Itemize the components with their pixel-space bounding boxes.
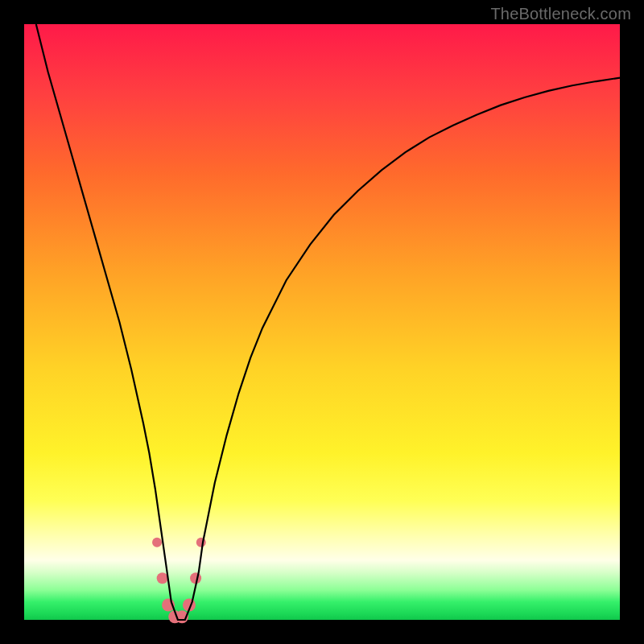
bottleneck-curve xyxy=(36,24,620,620)
markers-group xyxy=(152,538,206,624)
curve-marker xyxy=(157,572,168,584)
curve-marker xyxy=(196,538,206,547)
curve-marker xyxy=(152,538,162,547)
watermark-text: TheBottleneck.com xyxy=(490,5,631,23)
chart-svg xyxy=(0,0,644,644)
chart-frame: TheBottleneck.com xyxy=(0,0,644,644)
